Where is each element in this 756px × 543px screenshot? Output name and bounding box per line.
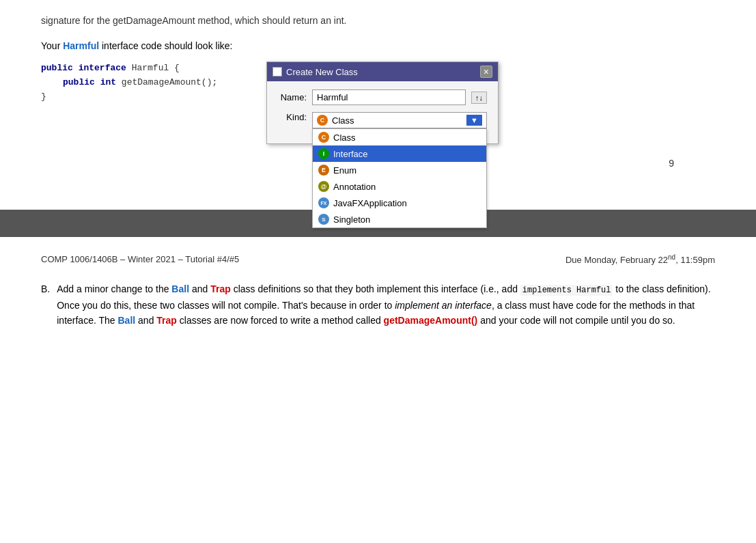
kw-interface: interface <box>79 63 126 73</box>
footer-date-sup: nd <box>668 253 675 261</box>
italic-text: implement an interface <box>395 300 492 311</box>
harmful-link: Harmful <box>63 40 99 51</box>
section-b-content: Add a minor change to the Ball and Trap … <box>57 281 715 328</box>
label-after: interface code should look like: <box>99 40 232 51</box>
dialog-name-label: Name: <box>278 92 307 102</box>
footer-header: COMP 1006/1406B – Winter 2021 – Tutorial… <box>41 253 715 265</box>
javafx-icon: FX <box>318 197 329 208</box>
singleton-icon: S <box>318 214 329 225</box>
dialog-titlebar: Create New Class × <box>267 62 498 81</box>
dropdown-item-enum[interactable]: E Enum <box>313 162 486 178</box>
dialog-body: Name: ↑↓ Kind: C Class ▼ <box>267 81 498 143</box>
footer-left-text: COMP 1006/1406B – Winter 2021 – Tutorial… <box>41 254 239 264</box>
code-block: public interface Harmful { public int ge… <box>41 61 246 104</box>
dialog-title-text: Create New Class <box>286 67 358 77</box>
enum-label: Enum <box>333 165 356 176</box>
annotation-icon: @ <box>318 181 329 192</box>
code-name-1: Harmful { <box>132 63 180 73</box>
dialog-name-input[interactable] <box>312 89 466 105</box>
kw-public-2: public <box>63 77 95 87</box>
section-b: B. Add a minor change to the Ball and Tr… <box>41 281 715 328</box>
text-1: Add a minor change to the <box>57 283 171 294</box>
implements-harmful-code: implements Harmful <box>520 285 613 296</box>
text-3: class definitions so that they both impl… <box>231 283 520 294</box>
dialog-kind-label: Kind: <box>278 112 307 122</box>
ball-link-1: Ball <box>171 283 189 294</box>
dropdown-item-class[interactable]: C Class <box>313 129 486 145</box>
create-class-dialog: Create New Class × Name: ↑↓ Kind: C <box>266 61 499 144</box>
text-7: classes are now forced to write a method… <box>177 315 384 326</box>
bottom-section: COMP 1006/1406B – Winter 2021 – Tutorial… <box>0 237 756 348</box>
text-2: and <box>189 283 210 294</box>
dialog-close-button[interactable]: × <box>480 66 492 78</box>
red-method: getDamageAmount() <box>384 315 478 326</box>
javafx-label: JavaFXApplication <box>333 198 407 208</box>
code-line-2: public int getDamageAmount(); <box>41 76 246 90</box>
code-method: getDamageAmount(); <box>122 77 217 87</box>
interface-label-item: Interface <box>333 149 368 159</box>
top-section: signature for the getDamageAmount method… <box>0 0 756 210</box>
text-8: and your code will not compile until you… <box>477 315 675 326</box>
trap-link-2: Trap <box>156 315 177 326</box>
sort-button[interactable]: ↑↓ <box>471 92 487 104</box>
footer-date-after: , 11:59pm <box>675 255 715 265</box>
footer-right-text: Due Monday, February 22nd, 11:59pm <box>565 253 715 265</box>
kind-selected-text: Class <box>332 115 354 126</box>
enum-icon: E <box>318 165 329 176</box>
intro-text: signature for the getDamageAmount method… <box>41 14 715 28</box>
interface-label: Your Harmful interface code should look … <box>41 39 715 53</box>
text-6: and <box>135 315 156 326</box>
kind-select-container: C Class ▼ C Class I Interface <box>312 112 487 128</box>
class-label: Class <box>333 133 356 143</box>
code-line-1: public interface Harmful { <box>41 61 246 76</box>
class-icon: C <box>318 132 329 143</box>
content-row: public interface Harmful { public int ge… <box>41 61 715 144</box>
dropdown-item-singleton[interactable]: S Singleton <box>313 211 486 227</box>
code-brace: } <box>41 92 46 102</box>
trap-link-1: Trap <box>210 283 231 294</box>
kind-selected-icon: C <box>317 115 328 126</box>
dropdown-item-javafx[interactable]: FX JavaFXApplication <box>313 195 486 211</box>
kw-int: int <box>100 77 116 87</box>
singleton-label: Singleton <box>333 214 370 225</box>
dialog-name-row: Name: ↑↓ <box>278 89 487 105</box>
kw-public-1: public <box>41 63 73 73</box>
dialog-kind-row: Kind: C Class ▼ C Class <box>278 112 487 128</box>
dialog-titlebar-left: Create New Class <box>272 67 358 77</box>
kind-dropdown-list: C Class I Interface E Enum <box>312 128 487 228</box>
dialog-title-icon <box>272 67 282 76</box>
section-b-letter: B. <box>41 281 50 328</box>
annotation-label: Annotation <box>333 182 376 192</box>
ball-link-2: Ball <box>117 315 135 326</box>
kind-selected-display[interactable]: C Class ▼ <box>312 112 487 128</box>
dropdown-item-interface[interactable]: I Interface <box>313 145 486 162</box>
interface-icon: I <box>318 148 329 159</box>
code-line-3: } <box>41 90 246 105</box>
footer-date-before: Due Monday, February 22 <box>565 255 668 265</box>
dropdown-item-annotation[interactable]: @ Annotation <box>313 178 486 195</box>
label-before: Your <box>41 40 63 51</box>
kind-dropdown-arrow[interactable]: ▼ <box>466 115 482 126</box>
